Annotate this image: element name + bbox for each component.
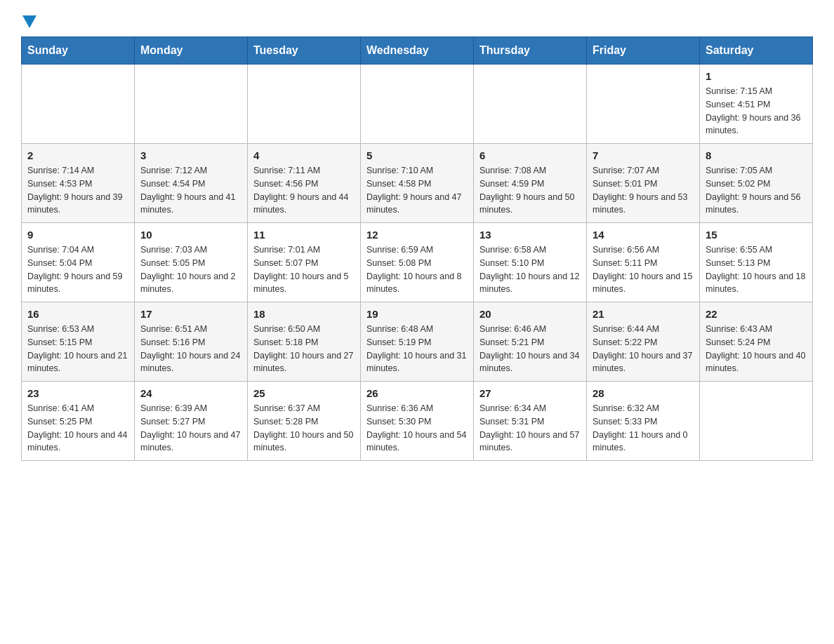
day-info: Sunrise: 6:58 AMSunset: 5:10 PMDaylight:… [479,243,581,296]
calendar-cell: 23Sunrise: 6:41 AMSunset: 5:25 PMDayligh… [22,382,135,461]
day-info: Sunrise: 7:11 AMSunset: 4:56 PMDaylight:… [253,164,355,217]
day-of-week-header: Monday [135,37,248,65]
day-info: Sunrise: 7:01 AMSunset: 5:07 PMDaylight:… [253,243,355,296]
calendar-cell: 18Sunrise: 6:50 AMSunset: 5:18 PMDayligh… [248,302,361,382]
day-info: Sunrise: 6:59 AMSunset: 5:08 PMDaylight:… [366,243,468,296]
day-info: Sunrise: 7:03 AMSunset: 5:05 PMDaylight:… [140,243,241,296]
day-info: Sunrise: 7:14 AMSunset: 4:53 PMDaylight:… [27,164,128,217]
calendar-cell: 8Sunrise: 7:05 AMSunset: 5:02 PMDaylight… [700,144,813,223]
calendar-cell: 5Sunrise: 7:10 AMSunset: 4:58 PMDaylight… [361,144,474,223]
day-number: 5 [366,149,468,161]
calendar-cell: 28Sunrise: 6:32 AMSunset: 5:33 PMDayligh… [587,382,700,461]
calendar-cell: 2Sunrise: 7:14 AMSunset: 4:53 PMDaylight… [22,144,135,223]
day-number: 12 [366,229,468,241]
day-of-week-header: Friday [587,37,700,65]
calendar-cell: 22Sunrise: 6:43 AMSunset: 5:24 PMDayligh… [700,302,813,382]
day-number: 8 [706,149,807,161]
day-number: 20 [479,308,581,320]
calendar-table: SundayMondayTuesdayWednesdayThursdayFrid… [21,36,813,461]
day-info: Sunrise: 7:07 AMSunset: 5:01 PMDaylight:… [593,164,694,217]
calendar-cell: 21Sunrise: 6:44 AMSunset: 5:22 PMDayligh… [587,302,700,382]
day-info: Sunrise: 6:48 AMSunset: 5:19 PMDaylight:… [366,323,468,375]
day-number: 16 [27,308,128,320]
day-number: 24 [140,387,241,399]
day-number: 17 [140,308,241,320]
logo-triangle-icon [22,15,37,28]
day-number: 1 [706,70,807,82]
day-info: Sunrise: 6:41 AMSunset: 5:25 PMDaylight:… [27,402,128,455]
calendar-cell: 13Sunrise: 6:58 AMSunset: 5:10 PMDayligh… [474,223,587,302]
day-info: Sunrise: 7:12 AMSunset: 4:54 PMDaylight:… [140,164,241,217]
day-info: Sunrise: 6:53 AMSunset: 5:15 PMDaylight:… [27,323,128,375]
day-number: 28 [593,387,694,399]
calendar-cell [474,65,587,144]
calendar-cell: 12Sunrise: 6:59 AMSunset: 5:08 PMDayligh… [361,223,474,302]
day-info: Sunrise: 6:50 AMSunset: 5:18 PMDaylight:… [253,323,355,375]
day-info: Sunrise: 7:08 AMSunset: 4:59 PMDaylight:… [479,164,581,217]
day-of-week-header: Saturday [700,37,813,65]
day-number: 6 [479,149,581,161]
day-of-week-header: Thursday [474,37,587,65]
day-number: 13 [479,229,581,241]
logo-text [21,14,37,28]
calendar-cell: 1Sunrise: 7:15 AMSunset: 4:51 PMDaylight… [700,65,813,144]
day-number: 7 [593,149,694,161]
day-of-week-header: Wednesday [361,37,474,65]
calendar-cell: 6Sunrise: 7:08 AMSunset: 4:59 PMDaylight… [474,144,587,223]
day-number: 23 [27,387,128,399]
day-info: Sunrise: 6:44 AMSunset: 5:22 PMDaylight:… [593,323,694,375]
day-info: Sunrise: 6:46 AMSunset: 5:21 PMDaylight:… [479,323,581,375]
day-number: 10 [140,229,241,241]
day-info: Sunrise: 6:43 AMSunset: 5:24 PMDaylight:… [706,323,807,375]
day-number: 3 [140,149,241,161]
day-number: 22 [706,308,807,320]
calendar-cell: 16Sunrise: 6:53 AMSunset: 5:15 PMDayligh… [22,302,135,382]
calendar-cell: 3Sunrise: 7:12 AMSunset: 4:54 PMDaylight… [135,144,248,223]
day-number: 19 [366,308,468,320]
day-number: 26 [366,387,468,399]
calendar-cell: 14Sunrise: 6:56 AMSunset: 5:11 PMDayligh… [587,223,700,302]
day-info: Sunrise: 7:04 AMSunset: 5:04 PMDaylight:… [27,243,128,296]
day-of-week-header: Tuesday [248,37,361,65]
calendar-cell: 7Sunrise: 7:07 AMSunset: 5:01 PMDaylight… [587,144,700,223]
day-info: Sunrise: 6:39 AMSunset: 5:27 PMDaylight:… [140,402,241,455]
page-header [21,14,813,25]
logo [21,14,37,25]
day-info: Sunrise: 7:10 AMSunset: 4:58 PMDaylight:… [366,164,468,217]
day-number: 2 [27,149,128,161]
day-info: Sunrise: 6:32 AMSunset: 5:33 PMDaylight:… [593,402,694,455]
day-info: Sunrise: 7:15 AMSunset: 4:51 PMDaylight:… [706,85,807,137]
calendar-header-row: SundayMondayTuesdayWednesdayThursdayFrid… [22,37,813,65]
day-info: Sunrise: 6:51 AMSunset: 5:16 PMDaylight:… [140,323,241,375]
day-info: Sunrise: 7:05 AMSunset: 5:02 PMDaylight:… [706,164,807,217]
day-info: Sunrise: 6:34 AMSunset: 5:31 PMDaylight:… [479,402,581,455]
calendar-cell: 17Sunrise: 6:51 AMSunset: 5:16 PMDayligh… [135,302,248,382]
calendar-cell [248,65,361,144]
calendar-week-row: 2Sunrise: 7:14 AMSunset: 4:53 PMDaylight… [22,144,813,223]
calendar-cell [22,65,135,144]
day-info: Sunrise: 6:55 AMSunset: 5:13 PMDaylight:… [706,243,807,296]
calendar-week-row: 1Sunrise: 7:15 AMSunset: 4:51 PMDaylight… [22,65,813,144]
calendar-cell: 24Sunrise: 6:39 AMSunset: 5:27 PMDayligh… [135,382,248,461]
calendar-cell [700,382,813,461]
calendar-cell: 20Sunrise: 6:46 AMSunset: 5:21 PMDayligh… [474,302,587,382]
calendar-cell [135,65,248,144]
calendar-cell: 10Sunrise: 7:03 AMSunset: 5:05 PMDayligh… [135,223,248,302]
day-number: 27 [479,387,581,399]
day-number: 4 [253,149,355,161]
calendar-cell [361,65,474,144]
day-info: Sunrise: 6:36 AMSunset: 5:30 PMDaylight:… [366,402,468,455]
calendar-cell [587,65,700,144]
day-number: 14 [593,229,694,241]
day-of-week-header: Sunday [22,37,135,65]
day-number: 18 [253,308,355,320]
day-number: 9 [27,229,128,241]
calendar-cell: 15Sunrise: 6:55 AMSunset: 5:13 PMDayligh… [700,223,813,302]
day-number: 11 [253,229,355,241]
calendar-week-row: 16Sunrise: 6:53 AMSunset: 5:15 PMDayligh… [22,302,813,382]
calendar-cell: 27Sunrise: 6:34 AMSunset: 5:31 PMDayligh… [474,382,587,461]
calendar-cell: 11Sunrise: 7:01 AMSunset: 5:07 PMDayligh… [248,223,361,302]
calendar-week-row: 9Sunrise: 7:04 AMSunset: 5:04 PMDaylight… [22,223,813,302]
calendar-cell: 25Sunrise: 6:37 AMSunset: 5:28 PMDayligh… [248,382,361,461]
calendar-week-row: 23Sunrise: 6:41 AMSunset: 5:25 PMDayligh… [22,382,813,461]
